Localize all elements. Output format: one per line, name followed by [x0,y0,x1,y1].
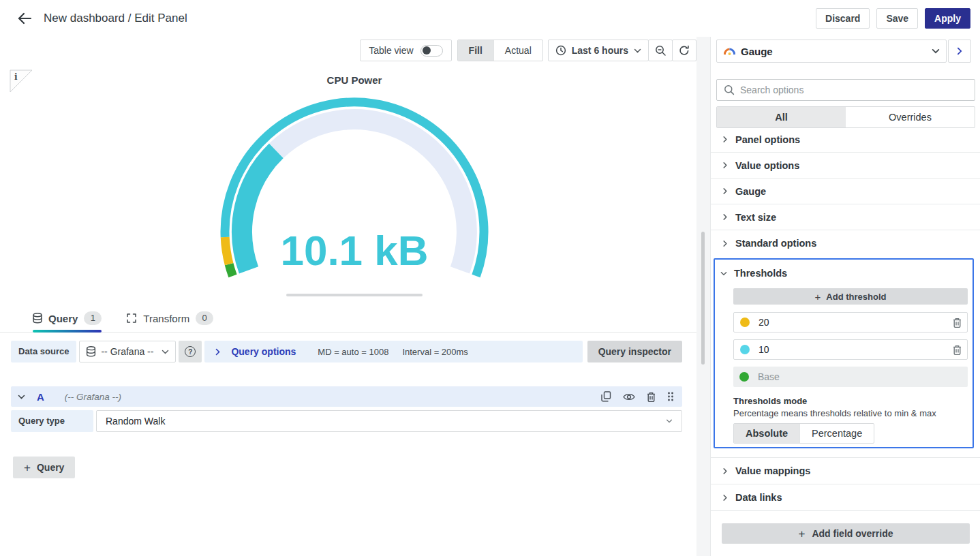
plus-icon: + [799,528,806,540]
zoom-out-icon [655,45,667,57]
section-text-size[interactable]: Text size [711,204,980,230]
database-icon [86,346,96,357]
add-field-override-button[interactable]: + Add field override [722,523,970,544]
chevron-right-icon [723,214,728,221]
visualization-name: Gauge [741,46,773,57]
filter-all[interactable]: All [717,107,846,127]
query-row-header[interactable]: A (-- Grafana --) [11,386,682,407]
gauge-value-text: 10.1 kB [280,227,428,274]
page-title: New dashboard / Edit Panel [44,12,187,25]
visualization-picker[interactable]: Gauge [716,40,947,63]
options-sidebar: Gauge All Overrides Panel opti [710,37,980,556]
collapse-options-pane-button[interactable] [948,40,971,63]
chevron-right-icon [215,348,220,356]
search-icon [724,84,735,95]
section-label: Gauge [735,186,766,197]
query-options-label: Query options [231,346,296,357]
section-value-options[interactable]: Value options [711,153,980,179]
refresh-button[interactable] [672,40,696,61]
delete-threshold-trash-icon[interactable] [953,345,962,355]
mode-absolute[interactable]: Absolute [734,424,799,443]
thresholds-mode-description: Percentage means thresholds relative to … [733,408,936,418]
threshold-row[interactable]: 10 [733,339,968,360]
chevron-down-icon [162,350,169,354]
section-standard-options[interactable]: Standard options [711,230,980,256]
save-button[interactable]: Save [876,8,918,29]
tab-query[interactable]: Query 1 [33,305,102,333]
drag-grip-icon[interactable] [667,392,674,401]
discard-button[interactable]: Discard [816,8,870,29]
apply-button[interactable]: Apply [925,8,970,29]
section-gauge[interactable]: Gauge [711,179,980,204]
tab-transform[interactable]: Transform 0 [126,305,213,333]
back-button[interactable] [12,6,37,31]
transform-icon [126,313,137,324]
threshold-band-yellow [225,237,229,264]
editor-tabs: Query 1 Transform 0 [0,305,696,333]
tab-transform-label: Transform [143,313,189,324]
delete-query-trash-icon[interactable] [647,392,656,402]
search-input[interactable] [740,84,968,95]
threshold-row[interactable]: 20 [733,312,968,333]
chevron-down-icon [634,48,641,53]
query-type-row: Query type Random Walk [11,410,682,432]
section-panel-options[interactable]: Panel options [711,127,980,153]
chevron-down-icon [932,48,940,54]
add-threshold-label: Add threshold [826,292,886,302]
query-inspector-button[interactable]: Query inspector [587,341,682,362]
base-color-dot[interactable] [739,371,750,382]
query-datasource-hint: (-- Grafana --) [65,392,121,402]
options-filter: All Overrides [716,106,975,128]
section-label: Standard options [735,238,816,249]
chevron-right-icon [723,136,728,143]
panel-toolbar: Table view Fill Actual Last 6 hours [360,40,696,61]
plus-icon: + [24,462,31,474]
thresholds-title: Thresholds [734,268,787,279]
hide-query-eye-icon[interactable] [623,392,635,401]
time-range-label: Last 6 hours [572,45,628,56]
thresholds-header[interactable]: Thresholds [720,268,787,279]
interval-stat: Interval = 200ms [402,347,468,357]
data-source-value: -- Grafana -- [101,346,153,357]
data-source-select[interactable]: -- Grafana -- [79,341,176,362]
section-data-links[interactable]: Data links [711,484,980,511]
threshold-value-input[interactable]: 10 [759,344,769,355]
section-label: Panel options [735,134,800,145]
panel-resize-handle[interactable] [286,294,423,296]
data-source-help-button[interactable]: ? [179,341,202,362]
plus-icon: + [815,292,821,302]
chevron-down-icon [18,395,25,399]
table-view-toggle[interactable] [420,45,443,57]
thresholds-mode-segment: Absolute Percentage [733,423,874,444]
data-source-label: Data source [11,341,76,362]
add-threshold-button[interactable]: + Add threshold [733,288,968,305]
filter-overrides[interactable]: Overrides [846,107,975,127]
edit-panel-main: Table view Fill Actual Last 6 hours [0,37,696,556]
threshold-color-dot[interactable] [739,317,750,328]
options-sections-bottom: Value mappings Data links [711,457,980,511]
mode-percentage[interactable]: Percentage [799,424,874,443]
duplicate-query-icon[interactable] [601,391,611,402]
fill-option[interactable]: Fill [458,40,493,61]
zoom-out-button[interactable] [648,40,673,61]
query-type-label: Query type [11,410,93,432]
scrollbar-thumb[interactable] [701,232,705,365]
chevron-right-icon [723,162,728,169]
section-value-mappings[interactable]: Value mappings [711,458,980,484]
query-row-actions [601,391,674,402]
delete-threshold-trash-icon[interactable] [953,318,962,328]
add-query-button[interactable]: + Query [13,457,75,478]
query-options-bar[interactable]: Query options MD = auto = 1008 Interval … [204,341,582,362]
threshold-color-dot[interactable] [739,344,750,355]
query-type-select[interactable]: Random Walk [96,410,682,432]
tab-query-label: Query [48,313,78,324]
chevron-right-icon [957,47,962,55]
actual-option[interactable]: Actual [493,40,542,61]
back-arrow-icon [17,12,32,25]
time-range-picker[interactable]: Last 6 hours [548,40,649,61]
chevron-right-icon [723,240,728,247]
chevron-right-icon [723,467,728,474]
panel-title: CPU Power [0,74,709,86]
grafana-edit-panel: New dashboard / Edit Panel Discard Save … [0,0,980,556]
threshold-value-input[interactable]: 20 [759,317,769,328]
